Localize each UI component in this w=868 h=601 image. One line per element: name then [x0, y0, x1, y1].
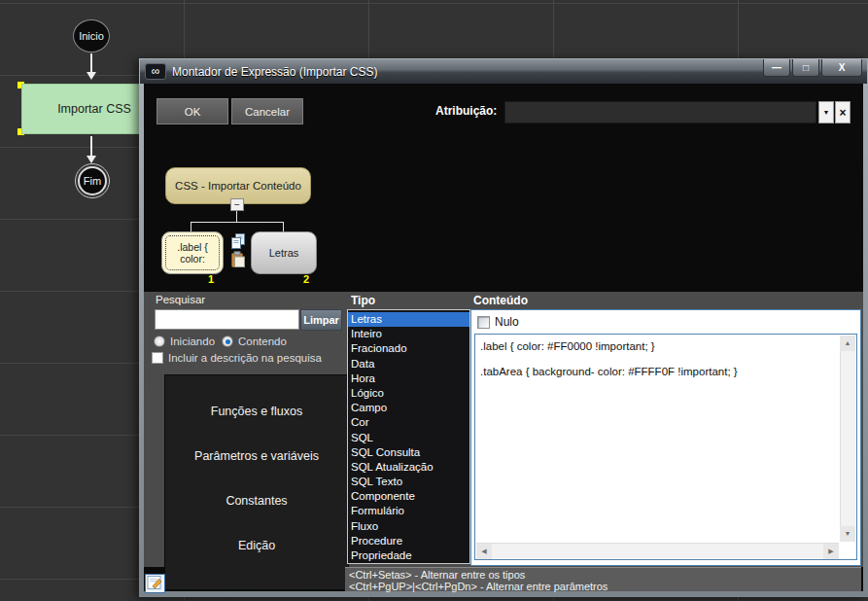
flow-end-ring: Fim: [78, 166, 107, 195]
vertical-scrollbar[interactable]: ▲ ▼: [840, 336, 855, 542]
copy-icon[interactable]: [229, 233, 247, 250]
status-bar: <Ctrl+Setas> - Alternar entre os tipos <…: [345, 567, 861, 591]
radio-icon: [154, 336, 165, 347]
tipo-list-item[interactable]: Procedure: [348, 534, 469, 548]
tipo-list-item[interactable]: Fluxo: [348, 519, 469, 534]
tipo-list-item[interactable]: Formulário: [348, 504, 469, 518]
ok-button[interactable]: OK: [156, 98, 228, 124]
tree-root-label: CSS - Importar Conteúdo: [175, 180, 301, 192]
atribuicao-clear-button[interactable]: ×: [835, 101, 851, 124]
scroll-left-icon[interactable]: ◀: [476, 544, 492, 559]
include-description-checkbox[interactable]: Incluir a descrição na pesquisa: [152, 352, 322, 364]
tipo-list-item[interactable]: Componente: [348, 489, 469, 504]
dialog-titlebar[interactable]: ∞ Montador de Expressão (Importar CSS) —…: [140, 59, 867, 84]
expression-editor[interactable]: .label { color: #FF0000 !important; } .t…: [474, 334, 857, 560]
search-label: Pesquisar: [156, 294, 205, 305]
tipo-list-item[interactable]: Cor: [348, 415, 469, 430]
minimize-button[interactable]: —: [763, 59, 790, 77]
cancel-button[interactable]: Cancelar: [231, 98, 303, 124]
nulo-checkbox[interactable]: Nulo: [477, 315, 519, 329]
tipo-list-item[interactable]: Hora: [348, 371, 469, 386]
tree-connector: [236, 211, 237, 222]
tipo-list-item[interactable]: Letras: [348, 312, 469, 327]
tipo-list-item[interactable]: Campo: [348, 401, 469, 415]
category-accordion: Funções e fluxosParâmetros e variáveisCo…: [164, 374, 349, 590]
tree-type-node[interactable]: Letras: [251, 231, 317, 274]
close-button[interactable]: X: [821, 59, 862, 77]
tipo-list: LetrasInteiroFracionadoDataHoraLógicoCam…: [347, 309, 470, 564]
tipo-list-item[interactable]: Inteiro: [348, 327, 469, 341]
expression-text[interactable]: .label { color: #FF0000 !important; } .t…: [480, 340, 835, 540]
checkbox-icon: [152, 352, 163, 364]
flow-start-node[interactable]: Inicio: [73, 19, 110, 53]
tipo-list-item[interactable]: Propriedade: [348, 548, 469, 563]
tree-connector: [283, 222, 284, 231]
tree-connector: [191, 222, 191, 231]
radio-selected-icon: [222, 336, 233, 347]
flow-end-node[interactable]: Fim: [75, 163, 110, 198]
parameter-index-badge: 2: [303, 273, 309, 285]
scroll-down-icon[interactable]: ▼: [840, 526, 855, 542]
tree-connector: [191, 222, 284, 223]
checkbox-icon: [477, 316, 490, 329]
tipo-list-item[interactable]: SQL Consulta: [348, 445, 469, 460]
maximize-button[interactable]: □: [792, 59, 819, 77]
tipo-list-item[interactable]: Fracionado: [348, 341, 469, 356]
atribuicao-dropdown[interactable]: [504, 101, 816, 124]
dialog-client-area: OK Cancelar Atribuição: ▼ × CSS - Import…: [144, 84, 863, 591]
include-description-label: Incluir a descrição na pesquisa: [168, 352, 322, 364]
app-icon: ∞: [145, 63, 166, 80]
flow-connector-line: [90, 53, 92, 72]
search-input[interactable]: [155, 309, 299, 330]
tipo-list-item[interactable]: Data: [348, 357, 469, 371]
nulo-label: Nulo: [495, 315, 519, 329]
window-controls: — □ X: [763, 59, 862, 77]
tipo-list-item[interactable]: Lógico: [348, 386, 469, 401]
arrow-down-icon: [87, 72, 96, 80]
tree-collapse-button[interactable]: −: [230, 198, 244, 211]
tipo-list-item[interactable]: SQL Texto: [348, 475, 469, 489]
clear-search-button[interactable]: Limpar: [300, 309, 342, 331]
tipo-list-item[interactable]: SQL: [348, 431, 469, 445]
status-line-1: <Ctrl+Setas> - Alternar entre os tipos: [349, 569, 861, 581]
radio-contendo-label: Contendo: [238, 336, 287, 347]
flow-process-label: Importar CSS: [57, 102, 131, 116]
conteudo-header: Conteúdo: [473, 294, 528, 307]
tipo-list-item[interactable]: SQL Atualização: [348, 460, 469, 475]
accordion-section[interactable]: Parâmetros e variáveis: [165, 434, 348, 478]
accordion-section[interactable]: Constantes: [165, 478, 348, 523]
scroll-up-icon[interactable]: ▲: [840, 336, 855, 351]
tree-expression-label: .label { color:: [165, 235, 220, 270]
radio-iniciando-label: Iniciando: [170, 336, 215, 347]
accordion-section[interactable]: Edição: [165, 523, 348, 568]
edit-icon[interactable]: [145, 574, 165, 593]
dialog-title: Montador de Expressão (Importar CSS): [172, 65, 377, 79]
paste-icon[interactable]: [230, 251, 248, 267]
atribuicao-label: Atribuição:: [435, 104, 497, 118]
parameter-index-badge: 1: [208, 273, 214, 285]
arrow-down-icon: [87, 156, 96, 163]
scroll-right-icon[interactable]: ▶: [823, 544, 839, 559]
tree-expression-node[interactable]: .label { color:: [161, 231, 224, 274]
radio-iniciando[interactable]: Iniciando: [154, 336, 215, 347]
tree-type-label: Letras: [269, 247, 299, 259]
expression-builder-dialog: ∞ Montador de Expressão (Importar CSS) —…: [139, 58, 868, 597]
status-line-2: <Ctrl+PgUP>|<Ctrl+PgDn> - Alternar entre…: [349, 581, 861, 592]
tipo-header: Tipo: [351, 294, 375, 307]
flow-connector-line: [90, 136, 92, 156]
flow-start-label: Inicio: [79, 30, 104, 42]
dropdown-arrow-icon[interactable]: ▼: [818, 101, 834, 124]
radio-contendo[interactable]: Contendo: [222, 336, 287, 347]
accordion-section[interactable]: Funções e fluxos: [165, 389, 348, 434]
horizontal-scrollbar[interactable]: ◀ ▶: [476, 543, 839, 558]
workflow-canvas: Inicio Importar CSS Fim ∞ Montador de Ex…: [0, 0, 868, 601]
conteudo-panel: Nulo .label { color: #FF0000 !important;…: [470, 309, 861, 566]
flow-end-label: Fim: [84, 175, 101, 187]
